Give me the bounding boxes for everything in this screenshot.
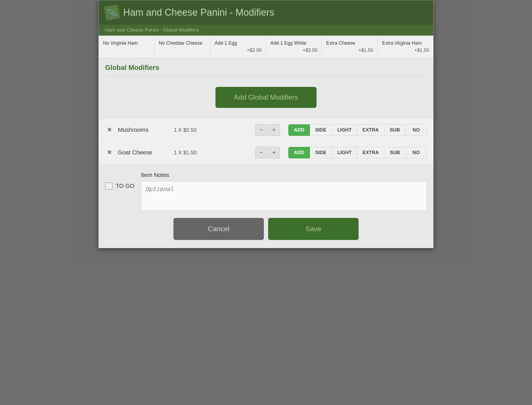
modal-header: 📎 Ham and Cheese Panini - Modifiers bbox=[99, 0, 433, 25]
chip-name-1: No Cheddar Cheese bbox=[159, 40, 206, 46]
option-side-mushrooms[interactable]: SIDE bbox=[310, 124, 332, 136]
chip-no-cheddar[interactable]: No Cheddar Cheese bbox=[155, 36, 210, 58]
option-extra-goat-cheese[interactable]: EXTRA bbox=[357, 147, 384, 158]
qty-controls-mushrooms: − + bbox=[255, 124, 280, 136]
action-buttons: Cancel Save bbox=[105, 218, 427, 240]
qty-controls-goat-cheese: − + bbox=[255, 147, 280, 158]
bottom-section: TO GO Item Notes Cancel Save bbox=[99, 164, 433, 248]
subtitle-bar: Ham and Cheese Panini - Global Modifiers bbox=[99, 25, 433, 36]
qty-increase-goat-cheese[interactable]: + bbox=[268, 147, 280, 158]
qty-decrease-goat-cheese[interactable]: − bbox=[255, 147, 267, 158]
togo-container: TO GO bbox=[105, 182, 135, 190]
option-no-mushrooms[interactable]: NO bbox=[406, 124, 427, 136]
chip-price-3: +$3.00 bbox=[270, 48, 317, 53]
item-notes-input[interactable] bbox=[141, 181, 427, 210]
modifier-row-goat-cheese: ✕ Goat Cheese 1 X $1.50 − + ADD SIDE LIG… bbox=[99, 141, 433, 164]
chip-price-2: +$2.00 bbox=[215, 48, 262, 53]
togo-checkbox[interactable] bbox=[105, 182, 113, 190]
chip-name-3: Add 1 Egg White bbox=[270, 40, 317, 46]
modifier-chips-row: No Virginia Ham No Cheddar Cheese Add 1 … bbox=[99, 36, 433, 58]
option-btns-mushrooms: ADD SIDE LIGHT EXTRA SUB NO bbox=[288, 124, 427, 136]
option-sub-mushrooms[interactable]: SUB bbox=[384, 124, 406, 136]
option-add-goat-cheese[interactable]: ADD bbox=[288, 147, 310, 158]
cancel-button[interactable]: Cancel bbox=[173, 218, 264, 240]
option-no-goat-cheese[interactable]: NO bbox=[406, 147, 427, 158]
item-notes-label: Item Notes bbox=[141, 172, 427, 179]
notes-container: Item Notes bbox=[141, 172, 427, 212]
chip-add-egg[interactable]: Add 1 Egg +$2.00 bbox=[210, 36, 266, 58]
option-btns-goat-cheese: ADD SIDE LIGHT EXTRA SUB NO bbox=[288, 147, 427, 158]
modifier-row-mushrooms: ✕ Mushrooms 1 X $0.50 − + ADD SIDE LIGHT… bbox=[99, 119, 433, 141]
togo-and-notes: TO GO Item Notes bbox=[105, 172, 427, 212]
global-modifiers-title: Global Modifiers bbox=[99, 58, 433, 76]
add-global-modifiers-button[interactable]: Add Global Modifiers bbox=[215, 87, 317, 108]
qty-increase-mushrooms[interactable]: + bbox=[268, 124, 280, 136]
modifier-name-mushrooms: Mushrooms bbox=[118, 126, 160, 133]
modifier-name-goat-cheese: Goat Cheese bbox=[118, 149, 160, 156]
chip-price-4: +$1.50 bbox=[326, 48, 373, 53]
modifier-qty-mushrooms: 1 X $0.50 bbox=[165, 127, 197, 133]
chip-name-2: Add 1 Egg bbox=[215, 40, 262, 46]
add-global-btn-container: Add Global Modifiers bbox=[99, 76, 433, 119]
modifier-qty-goat-cheese: 1 X $1.50 bbox=[165, 150, 197, 156]
header-icon: 📎 bbox=[104, 5, 120, 20]
modal-title: Ham and Cheese Panini - Modifiers bbox=[123, 7, 274, 18]
chip-name-4: Extra Cheese bbox=[326, 40, 373, 46]
option-light-goat-cheese[interactable]: LIGHT bbox=[332, 147, 357, 158]
chip-no-virginia-ham[interactable]: No Virginia Ham bbox=[99, 36, 155, 58]
chip-extra-virginia-ham[interactable]: Extra Virginia Ham +$1.50 bbox=[378, 36, 433, 58]
option-light-mushrooms[interactable]: LIGHT bbox=[332, 124, 357, 136]
chip-extra-cheese[interactable]: Extra Cheese +$1.50 bbox=[322, 36, 378, 58]
chip-add-egg-white[interactable]: Add 1 Egg White +$3.00 bbox=[266, 36, 322, 58]
option-add-mushrooms[interactable]: ADD bbox=[288, 124, 310, 136]
togo-label: TO GO bbox=[116, 183, 135, 189]
option-side-goat-cheese[interactable]: SIDE bbox=[310, 147, 332, 158]
option-sub-goat-cheese[interactable]: SUB bbox=[384, 147, 406, 158]
option-extra-mushrooms[interactable]: EXTRA bbox=[357, 124, 384, 136]
chip-price-5: +$1.50 bbox=[382, 48, 429, 53]
remove-goat-cheese-button[interactable]: ✕ bbox=[105, 149, 114, 156]
global-modifiers-section: Global Modifiers Add Global Modifiers bbox=[99, 58, 433, 119]
chip-name-0: No Virginia Ham bbox=[103, 40, 150, 46]
remove-mushrooms-button[interactable]: ✕ bbox=[105, 126, 114, 133]
save-button[interactable]: Save bbox=[268, 218, 359, 240]
qty-decrease-mushrooms[interactable]: − bbox=[255, 124, 267, 136]
chip-name-5: Extra Virginia Ham bbox=[382, 40, 429, 46]
subtitle-text: Ham and Cheese Panini - Global Modifiers bbox=[105, 27, 199, 33]
modifier-list: ✕ Mushrooms 1 X $0.50 − + ADD SIDE LIGHT… bbox=[99, 119, 433, 164]
